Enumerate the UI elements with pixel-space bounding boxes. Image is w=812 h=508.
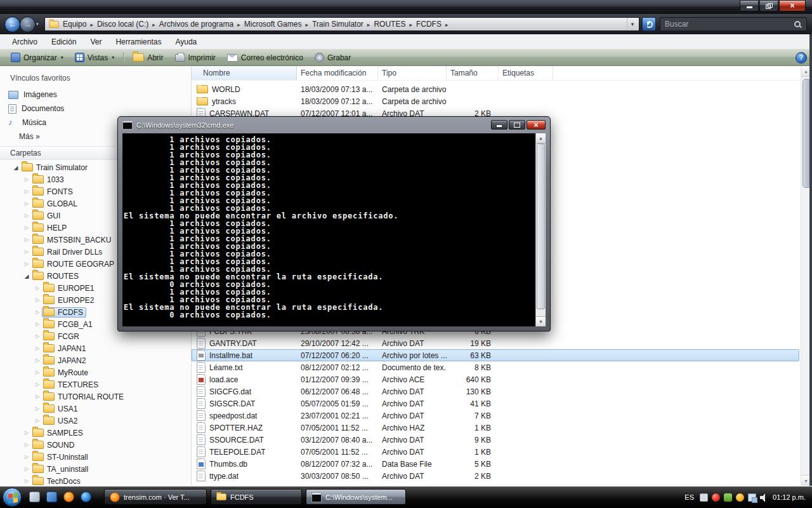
tree-item-samples[interactable]: ▷SAMPLES bbox=[0, 427, 191, 439]
file-row-l-ame-txt[interactable]: Léame.txt08/12/2007 02:12 ...Documento d… bbox=[192, 361, 799, 373]
security-icon[interactable] bbox=[712, 493, 720, 502]
scroll-up-icon[interactable]: ▲ bbox=[536, 133, 546, 144]
breadcrumb-segment-train-simulator[interactable]: Train Simulator bbox=[309, 20, 367, 29]
firefox-icon[interactable] bbox=[63, 491, 74, 502]
tree-item-sound[interactable]: ▷SOUND bbox=[0, 439, 191, 451]
chevron-collapsed-icon[interactable]: ▷ bbox=[22, 466, 31, 472]
menu-archivo[interactable]: Archivo bbox=[5, 36, 44, 48]
search-input[interactable] bbox=[660, 20, 794, 29]
chevron-collapsed-icon[interactable]: ▷ bbox=[22, 430, 31, 436]
file-row-spotter-haz[interactable]: SPOTTER.HAZ07/05/2001 11:52 ...Archivo H… bbox=[192, 422, 799, 434]
toolbar-correo-electr-nico[interactable]: Correo electrónico bbox=[221, 51, 309, 64]
sidebar-item-documentos[interactable]: Documentos bbox=[0, 102, 191, 116]
tree-item-fcgr[interactable]: ▷FCGR bbox=[0, 330, 191, 342]
scrollbar-thumb[interactable] bbox=[537, 144, 545, 309]
menu-ayuda[interactable]: Ayuda bbox=[168, 36, 204, 48]
media-player-icon[interactable] bbox=[81, 491, 91, 502]
search-icon[interactable] bbox=[794, 20, 802, 29]
chevron-collapsed-icon[interactable]: ▷ bbox=[22, 213, 31, 218]
toolbar-organizar[interactable]: Organizar▾ bbox=[5, 51, 69, 64]
breadcrumb-arrow-icon[interactable]: ▸ bbox=[304, 22, 309, 28]
chevron-collapsed-icon[interactable]: ▷ bbox=[33, 418, 42, 424]
forward-button[interactable]: → bbox=[20, 17, 36, 32]
breadcrumb-dropdown-icon[interactable]: ▾ bbox=[627, 18, 638, 30]
chevron-collapsed-icon[interactable]: ▷ bbox=[22, 201, 31, 206]
chevron-collapsed-icon[interactable]: ▷ bbox=[22, 249, 31, 255]
keyboard-icon[interactable] bbox=[700, 493, 708, 502]
console[interactable]: 1 archivos copiados. 1 archivos copiados… bbox=[122, 133, 546, 326]
tree-item-tutorial-route[interactable]: ▷TUTORIAL ROUTE bbox=[0, 391, 191, 403]
file-row-gantry-dat[interactable]: GANTRY.DAT29/10/2007 12:42 ...Archivo DA… bbox=[192, 337, 799, 349]
breadcrumb-arrow-icon[interactable]: ▸ bbox=[89, 22, 94, 28]
cmd-titlebar[interactable]: C:\Windows\system32\cmd.exe × bbox=[120, 118, 548, 131]
chevron-collapsed-icon[interactable]: ▷ bbox=[33, 285, 42, 291]
chevron-collapsed-icon[interactable]: ▷ bbox=[33, 345, 42, 351]
breadcrumb[interactable]: Equipo▸Disco local (C:)▸Archivos de prog… bbox=[44, 17, 639, 31]
file-row-telepole-dat[interactable]: TELEPOLE.DAT07/05/2001 11:52 ...Archivo … bbox=[192, 446, 799, 458]
column-header-nombre[interactable]: Nombre bbox=[192, 66, 297, 80]
sidebar-item-im-genes[interactable]: Imágenes bbox=[0, 88, 191, 102]
chevron-collapsed-icon[interactable]: ▷ bbox=[22, 237, 31, 243]
chevron-expanded-icon[interactable]: ◢ bbox=[22, 273, 31, 279]
tree-item-st-uninstall[interactable]: ▷ST-Uninstall bbox=[0, 451, 191, 463]
breadcrumb-arrow-icon[interactable]: ▸ bbox=[409, 22, 413, 28]
file-row-ssource-dat[interactable]: SSOURCE.DAT03/12/2007 08:40 a...Archivo … bbox=[192, 434, 799, 446]
chevron-collapsed-icon[interactable]: ▷ bbox=[22, 189, 31, 194]
chevron-collapsed-icon[interactable]: ▷ bbox=[22, 442, 31, 448]
tree-item-ta-uninstall[interactable]: ▷TA_uninstall bbox=[0, 463, 191, 475]
breadcrumb-arrow-icon[interactable]: ▸ bbox=[445, 22, 449, 28]
language-indicator[interactable]: ES bbox=[683, 493, 695, 501]
taskbar-button-trensim-com-ver-t[interactable]: trensim.com · Ver T... bbox=[104, 489, 207, 505]
cmd-maximize-button[interactable] bbox=[509, 120, 525, 130]
column-header-tamano[interactable]: Tamaño bbox=[447, 66, 499, 80]
breadcrumb-segment-routes[interactable]: ROUTES bbox=[370, 20, 409, 29]
chevron-collapsed-icon[interactable]: ▷ bbox=[33, 321, 42, 327]
explorer-titlebar[interactable]: × bbox=[0, 0, 812, 14]
chevron-collapsed-icon[interactable]: ▷ bbox=[33, 406, 42, 411]
breadcrumb-segment-disco-local-c[interactable]: Disco local (C:) bbox=[94, 20, 152, 29]
chevron-collapsed-icon[interactable]: ▷ bbox=[22, 261, 31, 267]
chevron-collapsed-icon[interactable]: ▷ bbox=[33, 358, 42, 363]
breadcrumb-segment-archivos-de-programa[interactable]: Archivos de programa bbox=[156, 20, 237, 29]
toolbar-grabar[interactable]: Grabar bbox=[309, 51, 357, 64]
tree-item-textures[interactable]: ▷TEXTURES bbox=[0, 378, 191, 391]
network-icon[interactable] bbox=[748, 493, 756, 502]
column-header-fecha[interactable]: Fecha modificación bbox=[297, 66, 378, 80]
close-button[interactable]: × bbox=[779, 0, 806, 11]
breadcrumb-segment-equipo[interactable]: Equipo bbox=[60, 20, 89, 29]
tree-item-usa2[interactable]: ▷USA2 bbox=[0, 415, 191, 427]
network-activity-icon[interactable] bbox=[724, 493, 732, 502]
cmd-close-button[interactable]: × bbox=[527, 120, 546, 130]
scroll-down-icon[interactable]: ▼ bbox=[536, 316, 546, 326]
update-icon[interactable] bbox=[736, 493, 744, 502]
menu-ver[interactable]: Ver bbox=[83, 36, 108, 48]
switch-windows-icon[interactable] bbox=[46, 491, 57, 502]
breadcrumb-segment-fcdfs[interactable]: FCDFS bbox=[413, 20, 445, 29]
menu-herramientas[interactable]: Herramientas bbox=[108, 36, 168, 48]
breadcrumb-arrow-icon[interactable]: ▸ bbox=[152, 22, 156, 28]
chevron-expanded-icon[interactable]: ◢ bbox=[11, 164, 20, 171]
minimize-button[interactable] bbox=[740, 0, 759, 11]
breadcrumb-segment-microsoft-games[interactable]: Microsoft Games bbox=[241, 20, 305, 29]
chevron-collapsed-icon[interactable]: ▷ bbox=[22, 177, 31, 182]
show-desktop-icon[interactable] bbox=[29, 491, 40, 502]
file-row-load-ace[interactable]: load.ace01/12/2007 09:39 ...Archivo ACE6… bbox=[192, 373, 799, 385]
back-button[interactable]: ← bbox=[4, 17, 20, 32]
menu-edici-n[interactable]: Edición bbox=[44, 36, 83, 48]
toolbar-imprimir[interactable]: Imprimir bbox=[169, 51, 221, 64]
recent-pages-dropdown-icon[interactable]: ▾ bbox=[36, 22, 39, 27]
tree-item-usa1[interactable]: ▷USA1 bbox=[0, 403, 191, 415]
help-icon[interactable]: ? bbox=[796, 52, 807, 64]
file-row-sigcfg-dat[interactable]: SIGCFG.dat06/12/2007 06:48 ...Archivo DA… bbox=[192, 385, 799, 398]
column-header-tipo[interactable]: Tipo bbox=[378, 66, 447, 80]
file-row-installme-bat[interactable]: Installme.bat07/12/2007 06:20 ...Archivo… bbox=[192, 349, 799, 361]
breadcrumb-arrow-icon[interactable]: ▸ bbox=[237, 22, 241, 28]
file-row-thumbs-db[interactable]: Thumbs.db08/12/2007 07:32 a...Data Base … bbox=[192, 458, 799, 470]
cmd-minimize-button[interactable] bbox=[491, 120, 508, 130]
tree-item-techdocs[interactable]: ▷TechDocs bbox=[0, 475, 191, 486]
restore-button[interactable] bbox=[759, 0, 778, 11]
tree-item-japan1[interactable]: ▷JAPAN1 bbox=[0, 342, 191, 354]
file-row-world[interactable]: WORLD18/03/2009 07:13 a...Carpeta de arc… bbox=[192, 83, 799, 95]
chevron-collapsed-icon[interactable]: ▷ bbox=[33, 370, 42, 375]
chevron-collapsed-icon[interactable]: ▷ bbox=[22, 478, 31, 484]
